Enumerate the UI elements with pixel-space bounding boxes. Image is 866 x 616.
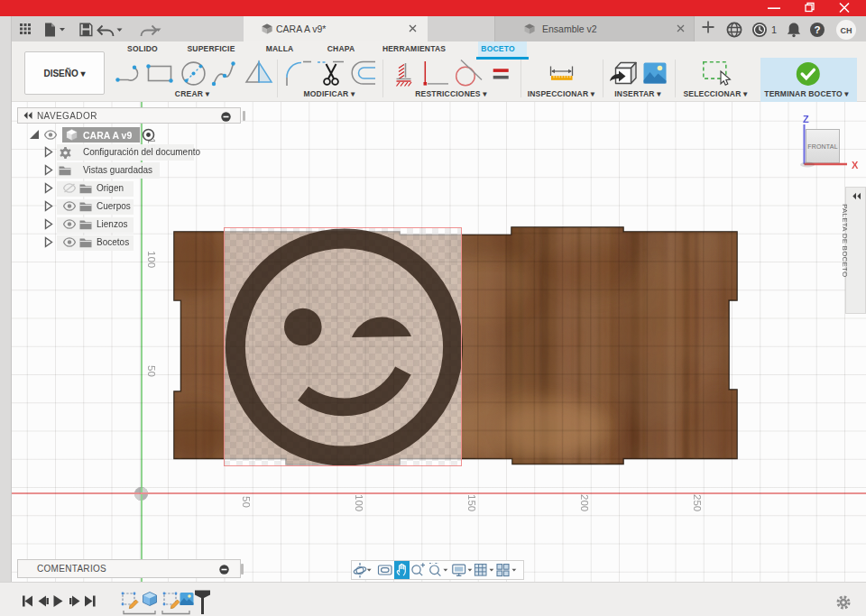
svg-text:Z: Z — [803, 114, 809, 124]
svg-text:CH: CH — [841, 26, 852, 35]
svg-text:1: 1 — [771, 24, 777, 35]
svg-text:X: X — [852, 160, 859, 170]
svg-text:?: ? — [814, 24, 820, 35]
